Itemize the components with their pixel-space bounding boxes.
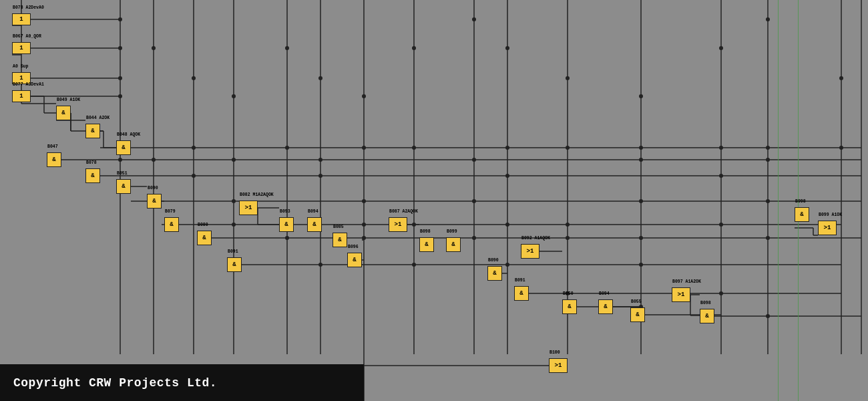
block-symbol-B090b: & xyxy=(493,270,496,277)
svg-point-61 xyxy=(505,146,509,150)
svg-point-90 xyxy=(719,174,723,178)
copyright-text: Copyright CRW Projects Ltd. xyxy=(13,376,217,390)
block-B091b[interactable]: B091& xyxy=(514,286,529,301)
block-label-B048: B048 AQOK xyxy=(117,132,140,137)
svg-point-127 xyxy=(719,223,723,227)
block-symbol-B079: & xyxy=(170,221,173,228)
block-symbol-B050: & xyxy=(568,303,571,310)
svg-point-100 xyxy=(639,199,643,203)
block-label-B044: B044 A2OK xyxy=(86,116,110,120)
block-B080[interactable]: B080& xyxy=(197,231,212,245)
svg-point-121 xyxy=(232,223,236,227)
svg-point-33 xyxy=(566,76,570,80)
block-label-B079: B079 xyxy=(165,209,176,214)
block-B087[interactable]: B087 A2AQOK>1 xyxy=(389,217,407,232)
block-B098c[interactable]: B098& xyxy=(795,207,809,222)
block-B078b[interactable]: B078& xyxy=(85,168,100,183)
block-B098b[interactable]: B098& xyxy=(700,309,714,323)
svg-point-59 xyxy=(362,146,366,150)
svg-point-97 xyxy=(232,199,236,203)
block-B079[interactable]: B079& xyxy=(164,217,179,232)
block-symbol-B087: >1 xyxy=(395,221,402,228)
svg-point-88 xyxy=(318,174,322,178)
block-B044[interactable]: B044 A2OK& xyxy=(85,124,100,138)
block-symbol-B094: & xyxy=(312,221,316,228)
block-B097[interactable]: B097 A1A2OK>1 xyxy=(672,287,690,302)
block-label-B090a: B090 xyxy=(148,186,158,190)
svg-point-124 xyxy=(412,223,416,227)
svg-point-24 xyxy=(152,46,156,50)
svg-point-30 xyxy=(412,46,416,50)
svg-point-135 xyxy=(285,236,289,240)
svg-point-62 xyxy=(566,146,570,150)
block-label-B097: B097 A1A2OK xyxy=(672,279,701,284)
block-label-B090b: B090 xyxy=(488,258,499,263)
block-B085[interactable]: B085& xyxy=(333,233,347,247)
svg-point-28 xyxy=(318,76,322,80)
block-label-B099a: B099 xyxy=(447,229,457,234)
block-label-b0_sup1: A0 Sup xyxy=(13,64,28,69)
block-symbol-B085: & xyxy=(338,237,341,243)
block-B091a[interactable]: B091& xyxy=(227,257,242,272)
block-symbol-B082: >1 xyxy=(245,205,252,211)
svg-point-146 xyxy=(318,263,322,267)
block-symbol-b0_sup1: 1 xyxy=(19,75,23,82)
block-B099b[interactable]: B099 A1OK>1 xyxy=(818,221,837,235)
svg-point-23 xyxy=(118,94,122,98)
block-label-B093: B093 xyxy=(280,209,290,214)
block-symbol-B100: >1 xyxy=(555,362,562,369)
block-B092a[interactable]: B092 A1AQOK>1 xyxy=(521,244,539,259)
svg-point-36 xyxy=(766,17,770,21)
block-B090b[interactable]: B090& xyxy=(487,266,502,281)
block-B077[interactable]: B077 A3DevA11 xyxy=(12,90,31,102)
wiring-svg xyxy=(0,0,868,401)
block-B078[interactable]: B078 A2DevA01 xyxy=(12,13,31,25)
svg-point-87 xyxy=(192,174,196,178)
block-symbol-B090a: & xyxy=(152,198,156,205)
block-symbol-B098b: & xyxy=(705,313,708,319)
block-label-B077: B077 A3DevA1 xyxy=(13,82,44,87)
block-symbol-B098: & xyxy=(425,241,428,248)
guide-line-1 xyxy=(778,0,779,401)
block-symbol-B098c: & xyxy=(800,211,803,218)
block-label-B050: B050 xyxy=(563,291,574,296)
block-label-B091a: B091 xyxy=(228,249,238,254)
svg-point-81 xyxy=(766,158,770,162)
svg-point-123 xyxy=(362,223,366,227)
block-B100[interactable]: B100>1 xyxy=(549,358,568,373)
block-B051[interactable]: B051& xyxy=(116,179,131,194)
block-B055[interactable]: B055& xyxy=(630,307,645,322)
block-label-B051: B051 xyxy=(117,171,128,176)
block-label-B094: B094 xyxy=(308,209,318,214)
svg-point-148 xyxy=(505,263,509,267)
svg-point-57 xyxy=(192,146,196,150)
block-label-B092a: B092 A1AQOK xyxy=(521,236,550,241)
block-B096[interactable]: B096& xyxy=(347,253,362,267)
block-B094b[interactable]: B094& xyxy=(598,299,613,314)
block-B099a[interactable]: B099& xyxy=(446,237,461,252)
svg-point-157 xyxy=(719,291,723,295)
block-B090a[interactable]: B090& xyxy=(147,194,162,209)
block-B098[interactable]: B098& xyxy=(419,237,434,252)
block-B094[interactable]: B094& xyxy=(307,217,322,232)
block-symbol-B093: & xyxy=(284,221,288,228)
block-B082[interactable]: B082 M1A2AQOK>1 xyxy=(239,200,258,215)
svg-point-140 xyxy=(766,236,770,240)
block-label-B098c: B098 xyxy=(795,199,806,204)
svg-point-22 xyxy=(118,76,122,80)
svg-point-165 xyxy=(766,314,770,318)
svg-point-98 xyxy=(362,199,366,203)
svg-point-32 xyxy=(505,46,509,50)
svg-point-58 xyxy=(285,146,289,150)
svg-point-79 xyxy=(472,158,476,162)
block-label-B098: B098 xyxy=(420,229,431,234)
block-B093[interactable]: B093& xyxy=(279,217,294,232)
block-B049[interactable]: B049 A1OK& xyxy=(56,106,71,120)
svg-point-125 xyxy=(505,223,509,227)
block-B050[interactable]: B050& xyxy=(562,299,577,314)
block-B047[interactable]: B047& xyxy=(47,152,61,167)
block-B048[interactable]: B048 AQOK& xyxy=(116,140,131,155)
block-symbol-B099a: & xyxy=(451,241,455,248)
block-label-B098b: B098 xyxy=(700,301,711,305)
block-B067[interactable]: B067 A0_QOR1 xyxy=(12,42,31,54)
